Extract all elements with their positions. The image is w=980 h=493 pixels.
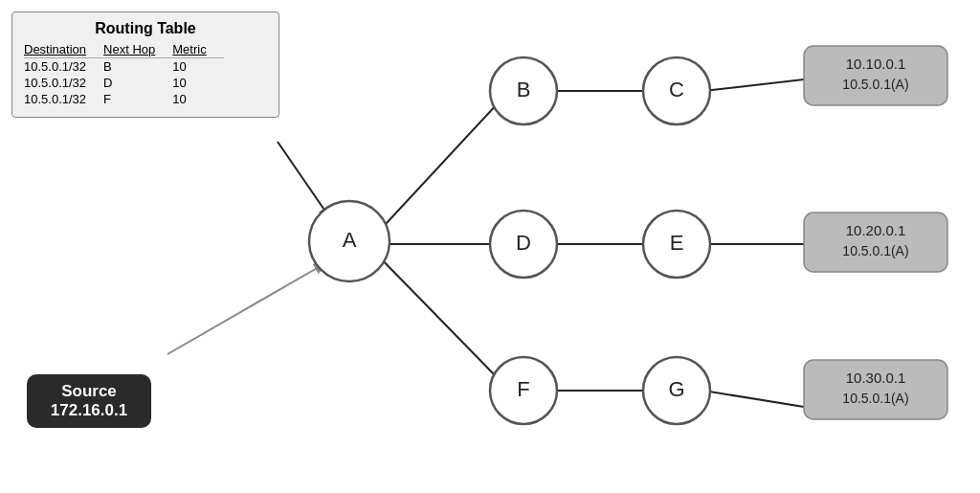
- node-B-label: B: [517, 78, 531, 101]
- node-G-label: G: [668, 377, 684, 401]
- node-E-label: E: [670, 231, 684, 255]
- node-D-label: D: [516, 231, 531, 255]
- svg-line-2: [703, 79, 804, 91]
- source-label: Source: [42, 382, 136, 401]
- dest-top-line1: 10.10.0.1: [846, 56, 906, 72]
- dest-mid-line1: 10.20.0.1: [846, 222, 906, 238]
- source-ip: 172.16.0.1: [42, 401, 136, 420]
- svg-line-8: [703, 391, 804, 407]
- dest-bottom-line1: 10.30.0.1: [846, 370, 906, 386]
- dest-bottom-line2: 10.5.0.1(A): [842, 391, 908, 406]
- svg-line-0: [373, 103, 498, 237]
- node-C-label: C: [669, 78, 684, 101]
- source-box: Source 172.16.0.1: [27, 374, 151, 428]
- node-A-label: A: [343, 228, 357, 252]
- svg-line-10: [167, 263, 325, 354]
- svg-line-9: [278, 142, 330, 218]
- node-F-label: F: [517, 377, 529, 401]
- dest-top-line2: 10.5.0.1(A): [842, 77, 908, 92]
- dest-mid-line2: 10.5.0.1(A): [842, 243, 908, 258]
- svg-line-6: [373, 251, 498, 378]
